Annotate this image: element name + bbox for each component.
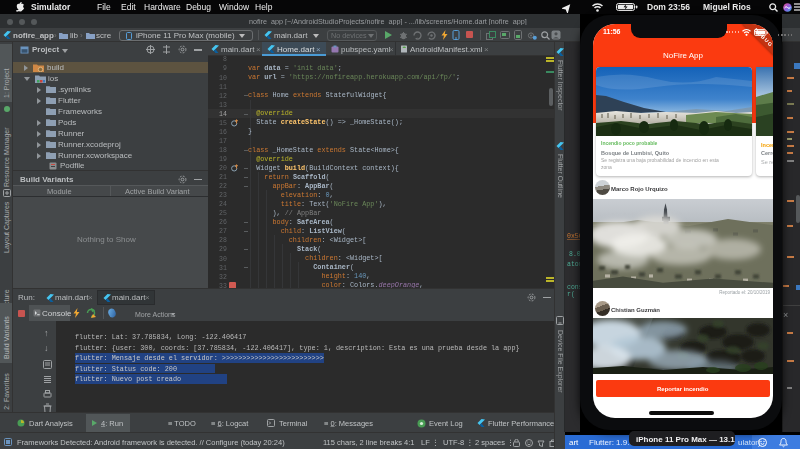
svg-text:1: Project: 1: Project <box>3 68 11 98</box>
svg-text:Resource Manager: Resource Manager <box>3 127 11 187</box>
svg-text:Build Variants: Build Variants <box>3 316 10 359</box>
svg-text:Layout Captures: Layout Captures <box>3 201 11 253</box>
